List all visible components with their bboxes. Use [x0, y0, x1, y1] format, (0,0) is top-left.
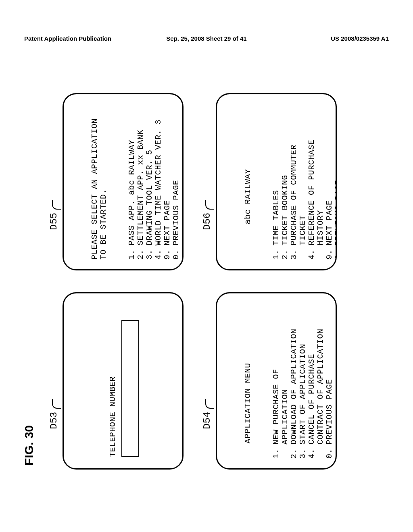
- menu-item-text: PREVIOUS PAGE: [172, 119, 181, 245]
- screen-d54-ref: D54: [202, 412, 213, 429]
- d54-menu: 1.NEW PURCHASE OF APPLICATION2.DOWNLOAD …: [272, 328, 334, 459]
- header-center: Sep. 25, 2008 Sheet 29 of 41: [166, 35, 246, 42]
- menu-item[interactable]: 1.NEW PURCHASE OF APPLICATION: [272, 328, 290, 459]
- menu-item-number: 4.: [307, 245, 325, 260]
- menu-item-number: 4.: [154, 245, 163, 260]
- menu-item[interactable]: 3.PURCHASE OF COMMUTER TICKET: [290, 139, 307, 260]
- menu-item-number: 3.: [298, 445, 307, 459]
- screen-d55-ref: D55: [48, 213, 59, 230]
- menu-item[interactable]: 4.WORLD TIME WATCHER VER. 3: [154, 119, 163, 260]
- telephone-number-input[interactable]: [121, 320, 139, 457]
- menu-item[interactable]: 2.TICKET BOOKING: [281, 139, 290, 260]
- figure-label: FIG. 30: [22, 425, 36, 466]
- menu-item[interactable]: 2.SETTLEMENT APP. xx BANK: [136, 119, 145, 260]
- screen-grid: D53 TELEPHONE NUMBER D55 PLEASE SELECT A…: [46, 91, 337, 470]
- header-right: US 2008/0235359 A1: [331, 35, 389, 42]
- screen-d55: PLEASE SELECT AN APPLICATION TO BE START…: [63, 93, 184, 270]
- menu-item-number: 2.: [136, 245, 145, 260]
- menu-item-number: 2.: [290, 445, 298, 459]
- menu-item[interactable]: 2.DOWNLOAD OF APPLICATION: [290, 328, 298, 459]
- menu-item-text: DOWNLOAD OF APPLICATION: [290, 328, 298, 445]
- menu-item-number: 1.: [127, 245, 136, 260]
- menu-item[interactable]: 4.REFERENCE OF PURCHASE HISTORY: [307, 139, 325, 260]
- menu-item-text: NEXT PAGE: [325, 139, 334, 245]
- menu-item-number: 1.: [272, 245, 281, 260]
- figure-area: FIG. 30 D53 TELEPHONE NUMBER D55: [34, 131, 369, 421]
- menu-item-number: 1.: [272, 445, 290, 459]
- d56-title: abc RAILWAY: [244, 102, 252, 260]
- screen-d55-wrap: D55 PLEASE SELECT AN APPLICATION TO BE S…: [46, 91, 184, 270]
- brace-icon: [205, 200, 214, 210]
- menu-item-text: NEXT PAGE: [163, 119, 172, 245]
- menu-item-number: 0.: [325, 445, 334, 459]
- screen-d56-label-row: D56: [200, 91, 214, 230]
- screen-d53-label-row: D53: [46, 290, 61, 429]
- menu-item-number: 9.: [163, 245, 172, 260]
- menu-item[interactable]: 9.NEXT PAGE: [163, 119, 172, 260]
- screen-d53-ref: D53: [48, 412, 59, 429]
- header-left: Patent Application Publication: [24, 35, 111, 42]
- menu-item-number: 0.: [334, 245, 337, 260]
- page-header: Patent Application Publication Sep. 25, …: [0, 34, 413, 42]
- screen-d54-wrap: D54 APPLICATION MENU 1.NEW PURCHASE OF A…: [200, 290, 337, 470]
- d54-title: APPLICATION MENU: [244, 301, 252, 459]
- menu-item-text: CANCEL OF PURCHASE CONTRACT OF APPLICATI…: [307, 328, 325, 445]
- menu-item-number: 3.: [290, 245, 307, 260]
- menu-item-text: DRAWING TOOL VER. 5: [145, 119, 154, 245]
- menu-item-number: 3.: [145, 245, 154, 260]
- menu-item-text: WORLD TIME WATCHER VER. 3: [154, 119, 163, 245]
- menu-item-text: TIME TABLES: [272, 139, 281, 245]
- menu-item[interactable]: 0.PREVIOUS PAGE: [172, 119, 181, 260]
- brace-icon: [52, 399, 61, 409]
- brace-icon: [205, 399, 214, 409]
- screen-d56: abc RAILWAY 1.TIME TABLES2.TICKET BOOKIN…: [216, 93, 337, 270]
- screen-d54-label-row: D54: [200, 290, 214, 429]
- menu-item[interactable]: 0.PREVIOUS PAGE: [325, 328, 334, 459]
- menu-item[interactable]: 3.START OF APPLICATION: [298, 328, 307, 459]
- screen-d53-wrap: D53 TELEPHONE NUMBER: [46, 290, 184, 470]
- menu-item-text: NEW PURCHASE OF APPLICATION: [272, 328, 290, 445]
- menu-item[interactable]: 1.TIME TABLES: [272, 139, 281, 260]
- menu-item-number: 0.: [172, 245, 181, 260]
- menu-item-text: PREVIOUS PAGE: [325, 328, 334, 445]
- menu-item-text: SETTLEMENT APP. xx BANK: [136, 119, 145, 245]
- menu-item[interactable]: 1.PASS APP. abc RAILWAY: [127, 119, 136, 260]
- menu-item-text: REFERENCE OF PURCHASE HISTORY: [307, 139, 325, 245]
- screen-d55-label-row: D55: [46, 91, 61, 230]
- screen-d56-wrap: D56 abc RAILWAY 1.TIME TABLES2.TICKET BO…: [200, 91, 337, 270]
- screen-d53: TELEPHONE NUMBER: [63, 292, 184, 470]
- menu-item-number: 2.: [281, 245, 290, 260]
- menu-item[interactable]: 3.DRAWING TOOL VER. 5: [145, 119, 154, 260]
- menu-item-text: TICKET BOOKING: [281, 139, 290, 245]
- menu-item-text: PREVIOUS PAGE: [334, 139, 337, 245]
- telephone-number-label: TELEPHONE NUMBER: [108, 301, 117, 457]
- menu-item-text: PASS APP. abc RAILWAY: [127, 119, 136, 245]
- menu-item-number: 9.: [325, 245, 334, 260]
- screen-d56-ref: D56: [202, 213, 213, 230]
- brace-icon: [52, 200, 61, 210]
- menu-item-text: PURCHASE OF COMMUTER TICKET: [290, 139, 307, 245]
- page: Patent Application Publication Sep. 25, …: [0, 0, 413, 532]
- d55-title: PLEASE SELECT AN APPLICATION TO BE START…: [90, 102, 108, 260]
- menu-item[interactable]: 4.CANCEL OF PURCHASE CONTRACT OF APPLICA…: [307, 328, 325, 459]
- menu-item-text: START OF APPLICATION: [298, 328, 307, 445]
- d56-menu: 1.TIME TABLES2.TICKET BOOKING3.PURCHASE …: [272, 139, 337, 260]
- menu-item[interactable]: 0.PREVIOUS PAGE: [334, 139, 337, 260]
- d55-menu: 1.PASS APP. abc RAILWAY2.SETTLEMENT APP.…: [127, 119, 181, 260]
- menu-item-number: 4.: [307, 445, 325, 459]
- screen-d54: APPLICATION MENU 1.NEW PURCHASE OF APPLI…: [216, 292, 337, 470]
- menu-item[interactable]: 9.NEXT PAGE: [325, 139, 334, 260]
